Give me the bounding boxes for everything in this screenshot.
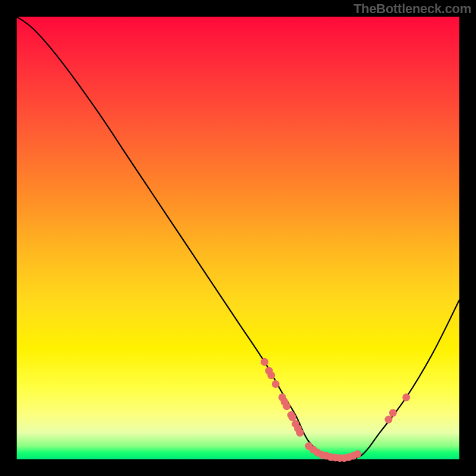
data-marker	[283, 402, 290, 410]
data-marker	[272, 380, 280, 388]
data-marker	[261, 358, 268, 366]
chart-svg	[17, 17, 459, 459]
data-markers	[261, 358, 410, 462]
curve-line	[17, 17, 459, 459]
data-marker	[267, 371, 275, 379]
bottleneck-curve	[17, 17, 459, 459]
watermark-text: TheBottleneck.com	[353, 1, 471, 17]
chart-container: TheBottleneck.com	[0, 0, 476, 476]
data-marker	[389, 409, 397, 416]
data-marker	[289, 414, 296, 421]
plot-area	[17, 17, 459, 459]
data-marker	[384, 416, 392, 424]
data-marker	[296, 429, 304, 437]
data-marker	[353, 450, 361, 458]
data-marker	[402, 393, 410, 401]
